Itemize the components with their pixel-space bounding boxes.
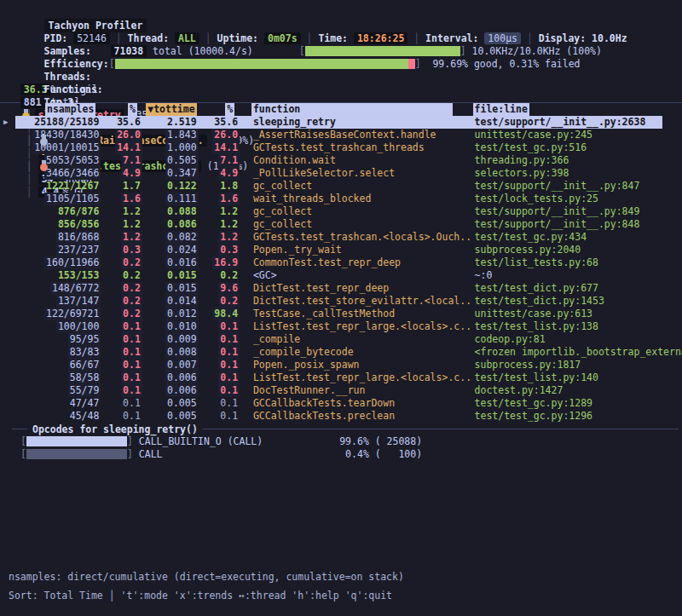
- interval-value[interactable]: 100µs: [484, 32, 521, 44]
- table-row[interactable]: 83/83 0.1 0.008 0.1 _compile_bytecode <f…: [15, 346, 682, 359]
- interval-label: Interval:: [425, 32, 478, 44]
- table-row[interactable]: 58/58 0.1 0.006 0.1 ListTest.test_repr_l…: [15, 371, 682, 384]
- opcodes-section-separator: Opcodes for sleeping_retry(): [12, 423, 679, 435]
- table-row[interactable]: 122/69721 0.2 0.012 98.4 TestCase._callT…: [15, 308, 682, 320]
- table-header: nsamples % ▼tottime % function file:line: [15, 103, 682, 116]
- efficiency-label: Efficiency:: [44, 58, 109, 70]
- functions-label: Functions:: [44, 83, 111, 96]
- footer-help-keys: Sort: Total Time │ 't':mode 'x':trends ↔…: [9, 590, 392, 602]
- profiler-terminal: Tachyon Profiler PID: 52146 │ Thread: AL…: [0, 0, 682, 616]
- samples-rate: 10.0KHz/10.0KHz (100%): [466, 45, 602, 57]
- table-row[interactable]: 153/153 0.2 0.015 0.2 <GC> ~:0: [15, 269, 682, 282]
- table-row[interactable]: 18430/18430 26.0 1.843 26.0 _AssertRaise…: [15, 129, 682, 141]
- table-row[interactable]: 3466/3466 4.9 0.347 4.9 _PollLikeSelecto…: [15, 167, 682, 180]
- header-function[interactable]: function: [251, 103, 453, 116]
- table-row[interactable]: 47/47 0.1 0.005 0.1 GCCallbackTests.tear…: [15, 397, 682, 410]
- samples-suffix: total (10000.4/s): [147, 45, 253, 57]
- opcode-bar: [26, 436, 127, 446]
- table-row[interactable]: 876/876 1.2 0.088 1.2 gc_collect test/su…: [15, 205, 682, 218]
- bronze-medal-icon: [40, 160, 48, 171]
- uptime-value: 0m07s: [264, 32, 301, 44]
- table-row[interactable]: 25188/25189 35.6 2.519 35.6 sleeping_ret…: [15, 116, 662, 129]
- table-row[interactable]: 148/6772 0.2 0.015 9.6 DictTest.test_rep…: [15, 282, 682, 295]
- header-file-line[interactable]: file:line: [473, 103, 529, 116]
- table-row[interactable]: 66/67 0.1 0.007 0.1 Popen._posix_spawn s…: [15, 359, 682, 371]
- header-tottime-sorted[interactable]: ▼tottime: [146, 103, 196, 116]
- samples-count: 71038: [111, 45, 147, 57]
- display-label: Display:: [539, 32, 586, 44]
- app-title: Tachyon Profiler: [44, 19, 147, 32]
- opcode-row: [] CALL0.4% ( 100): [20, 448, 682, 461]
- table-row[interactable]: 55/79 0.1 0.006 0.1 DocTestRunner.__run …: [15, 384, 682, 397]
- table-row[interactable]: 816/868 1.2 0.082 1.2 GCTests.test_trash…: [15, 231, 682, 244]
- thread-label: Thread:: [128, 32, 169, 44]
- table-row[interactable]: 160/11966 0.2 0.016 16.9 CommonTest.test…: [15, 256, 682, 269]
- table-row[interactable]: 137/147 0.2 0.014 0.2 DictTest.test_stor…: [15, 295, 682, 308]
- display-value: 10.0Hz: [592, 32, 627, 44]
- threads-label: Threads:: [44, 71, 111, 83]
- header-cumulative-pct[interactable]: %: [225, 103, 234, 116]
- samples-label: Samples:: [44, 45, 111, 58]
- table-row[interactable]: 1105/1105 1.6 0.111 1.6 wait_threads_blo…: [15, 193, 682, 205]
- uptime-label: Uptime:: [217, 32, 258, 44]
- table-row[interactable]: 1221/1267 1.7 0.122 1.8 gc_collect test/…: [15, 180, 682, 193]
- title-line: Tachyon Profiler: [9, 7, 682, 20]
- time-value: 18:26:25: [354, 32, 407, 44]
- table-row[interactable]: 856/856 1.2 0.086 1.2 gc_collect test/su…: [15, 218, 682, 231]
- header-nsamples[interactable]: nsamples: [45, 103, 95, 116]
- table-row[interactable]: 100/100 0.1 0.010 0.1 ListTest.test_repr…: [15, 320, 682, 333]
- table-row[interactable]: 95/95 0.1 0.009 0.1 _compile codeop.py:8…: [15, 333, 682, 346]
- functions-table: nsamples % ▼tottime % function file:line…: [15, 103, 682, 423]
- table-row[interactable]: 5053/5053 7.1 0.505 7.1 Condition.wait t…: [15, 154, 682, 167]
- opcode-bar: [26, 449, 127, 459]
- opcodes-section-title: Opcodes for sleeping_retry(): [32, 423, 198, 435]
- pid-label: PID:: [44, 32, 68, 44]
- selected-row-arrow: ▶: [3, 116, 8, 129]
- table-row[interactable]: 10001/10015 14.1 1.000 14.1 GCTests.test…: [15, 141, 682, 154]
- efficiency-bar: [115, 59, 415, 69]
- opcodes-list: [] CALL_BUILTIN_O (CALL)99.6% ( 25088) […: [0, 435, 682, 461]
- thread-value[interactable]: ALL: [175, 32, 199, 44]
- samples-bar: [305, 46, 460, 56]
- opcode-row: [] CALL_BUILTIN_O (CALL)99.6% ( 25088): [20, 435, 682, 448]
- efficiency-text: 99.69% good, 0.31% failed: [421, 58, 581, 70]
- table-row[interactable]: 237/237 0.3 0.024 0.3 Popen._try_wait su…: [15, 244, 682, 256]
- time-label: Time:: [318, 32, 348, 44]
- silver-medal-icon: [40, 135, 48, 146]
- table-body: 25188/25189 35.6 2.519 35.6 sleeping_ret…: [15, 116, 682, 423]
- table-row[interactable]: 45/48 0.1 0.005 0.1 GCCallbackTests.prec…: [15, 410, 682, 423]
- header-direct-pct[interactable]: %: [128, 103, 137, 116]
- pid-value: 52146: [73, 32, 110, 44]
- footer-help-nsamples: nsamples: direct/cumulative (direct=exec…: [9, 571, 404, 583]
